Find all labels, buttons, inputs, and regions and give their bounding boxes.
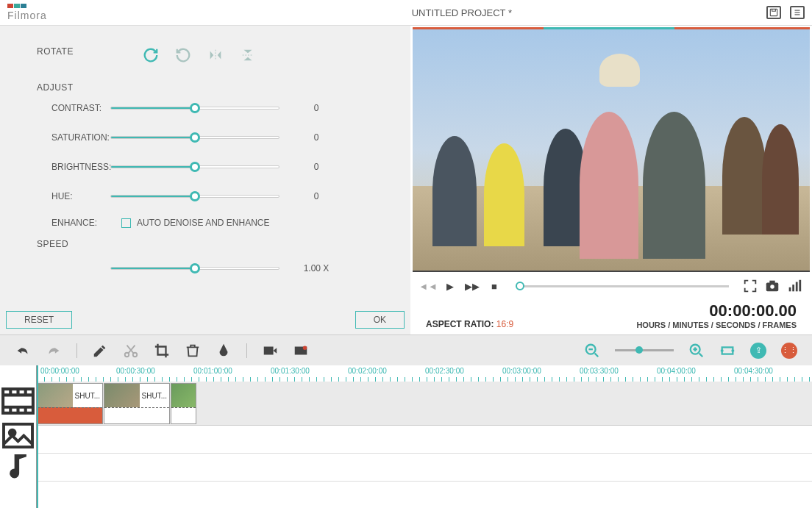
- volume-icon[interactable]: [786, 278, 802, 294]
- fullscreen-icon[interactable]: [742, 278, 758, 294]
- enhance-label: ENHANCE:: [51, 218, 110, 228]
- timeline-clip[interactable]: [171, 383, 196, 424]
- timeline-clip[interactable]: SHUT...: [104, 383, 170, 424]
- edit-icon[interactable]: [92, 343, 108, 359]
- saturation-slider[interactable]: [110, 136, 279, 139]
- adjust-label: ADJUST: [37, 82, 396, 93]
- logo: Filmora: [7, 4, 47, 21]
- ruler-mark: 00:02:00:00: [348, 367, 387, 375]
- delete-icon[interactable]: [185, 343, 201, 359]
- zoom-in-icon[interactable]: [688, 343, 705, 359]
- flip-vertical-icon[interactable]: [240, 47, 256, 63]
- contrast-slider[interactable]: [110, 107, 279, 110]
- contrast-label: CONTRAST:: [51, 103, 110, 113]
- zoom-out-icon[interactable]: [584, 343, 600, 359]
- video-preview[interactable]: [413, 29, 810, 272]
- edit-panel: ROTATE ADJUST CONTRAST: 0 SATURATION: 0 …: [0, 26, 410, 335]
- video-track-icon[interactable]: [0, 382, 36, 421]
- flip-horizontal-icon[interactable]: [207, 47, 224, 63]
- enhance-checkbox[interactable]: [121, 218, 131, 228]
- rotate-cw-icon[interactable]: [143, 47, 159, 63]
- hue-slider[interactable]: [110, 195, 279, 198]
- project-title: UNTITLED PROJECT *: [47, 7, 766, 18]
- speed-value: 1.00 X: [294, 263, 338, 273]
- next-frame-icon[interactable]: ▶▶: [464, 278, 480, 294]
- saturation-label: SATURATION:: [51, 132, 110, 143]
- timeline-ruler[interactable]: 00:00:00:00 00:00:30:00 00:01:00:00 00:0…: [37, 365, 812, 382]
- app-header: Filmora UNTITLED PROJECT *: [0, 0, 812, 26]
- clip-label: SHUT...: [140, 391, 169, 401]
- aspect-ratio-label: ASPECT RATIO:: [426, 319, 494, 329]
- rotate-ccw-icon[interactable]: [175, 47, 191, 63]
- brightness-slider[interactable]: [110, 165, 279, 168]
- image-track-icon[interactable]: [0, 421, 36, 451]
- hue-value: 0: [294, 191, 338, 201]
- ruler-mark: 00:04:00:00: [657, 367, 696, 375]
- play-icon[interactable]: ▶: [442, 278, 458, 294]
- aspect-ratio-value: 16:9: [496, 319, 513, 329]
- playback-scrubber[interactable]: [516, 285, 729, 287]
- timeline: 00:00:00:00 00:00:30:00 00:01:00:00 00:0…: [0, 365, 812, 508]
- reset-button[interactable]: RESET: [6, 311, 72, 329]
- brightness-label: BRIGHTNESS:: [51, 162, 110, 172]
- image-track[interactable]: [37, 426, 812, 454]
- audio-track-icon[interactable]: [0, 451, 36, 480]
- ruler-mark: 00:03:00:00: [502, 367, 541, 375]
- cut-icon[interactable]: [123, 343, 139, 359]
- playhead[interactable]: [37, 365, 38, 508]
- enhance-checkbox-label: AUTO DENOISE AND ENHANCE: [137, 218, 269, 228]
- timeline-clip[interactable]: SHUT...: [37, 383, 103, 424]
- export-icon[interactable]: [262, 343, 278, 359]
- undo-icon[interactable]: [15, 343, 31, 359]
- svg-rect-11: [796, 282, 798, 292]
- svg-rect-12: [799, 280, 801, 292]
- preview-panel: ◄◄ ▶ ▶▶ ■ ASPECT RATIO: 16:9 00:00:00.00…: [410, 26, 812, 335]
- audio-track[interactable]: [37, 454, 812, 482]
- svg-rect-9: [789, 287, 791, 292]
- crop-icon[interactable]: [154, 343, 170, 359]
- color-icon[interactable]: [216, 343, 232, 359]
- ruler-mark: 00:01:00:00: [193, 367, 232, 375]
- svg-rect-25: [722, 347, 733, 354]
- timeline-toolbar: ⇪ ⋮⋮: [0, 335, 812, 365]
- timecode-legend: HOURS / MINUTES / SECONDS / FRAMES: [636, 321, 797, 329]
- video-track[interactable]: SHUT... SHUT...: [37, 382, 812, 426]
- ok-button[interactable]: OK: [355, 311, 405, 329]
- timecode-display: 00:00:00.00: [636, 301, 797, 321]
- svg-rect-15: [264, 346, 274, 354]
- saturation-value: 0: [294, 132, 338, 143]
- record-icon[interactable]: [293, 343, 309, 359]
- logo-text: Filmora: [7, 10, 47, 21]
- svg-rect-35: [4, 424, 32, 447]
- ruler-mark: 00:00:00:00: [40, 367, 79, 375]
- rotate-label: ROTATE: [37, 46, 74, 57]
- ruler-mark: 00:03:30:00: [580, 367, 619, 375]
- contrast-value: 0: [294, 103, 338, 113]
- fit-icon[interactable]: [719, 343, 736, 359]
- svg-point-7: [770, 285, 774, 289]
- svg-rect-10: [792, 285, 794, 291]
- ruler-mark: 00:04:30:00: [734, 367, 773, 375]
- svg-line-19: [595, 353, 599, 357]
- stop-icon[interactable]: ■: [486, 278, 502, 294]
- svg-rect-8: [769, 281, 774, 284]
- ruler-mark: 00:02:30:00: [425, 367, 464, 375]
- svg-line-22: [699, 353, 703, 357]
- settings-button[interactable]: ⋮⋮: [781, 343, 797, 359]
- svg-point-17: [303, 346, 307, 350]
- clip-label: SHUT...: [73, 391, 102, 401]
- ruler-mark: 00:00:30:00: [116, 367, 155, 375]
- hue-label: HUE:: [51, 191, 110, 201]
- snapshot-icon[interactable]: [764, 278, 780, 294]
- speed-slider[interactable]: [110, 267, 279, 270]
- brightness-value: 0: [294, 162, 338, 172]
- svg-rect-0: [770, 9, 777, 15]
- redo-icon[interactable]: [46, 343, 62, 359]
- speed-label: SPEED: [37, 239, 396, 249]
- zoom-slider[interactable]: [615, 349, 674, 351]
- share-button[interactable]: ⇪: [750, 343, 766, 359]
- save-icon[interactable]: [766, 6, 781, 19]
- prev-frame-icon[interactable]: ◄◄: [420, 278, 436, 294]
- menu-icon[interactable]: [790, 6, 805, 19]
- ruler-mark: 00:01:30:00: [271, 367, 310, 375]
